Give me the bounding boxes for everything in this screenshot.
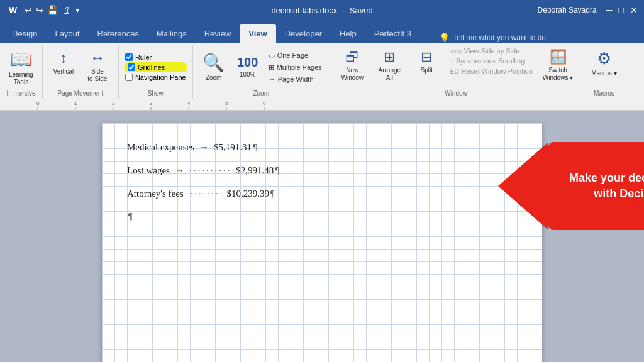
macros-icon: ⚙ — [597, 49, 611, 69]
macros-label: Macros ▾ — [591, 70, 617, 77]
window-controls[interactable]: ─ □ ✕ — [606, 5, 638, 15]
page-movement-group-label: Page Movement — [58, 90, 104, 97]
navigation-pane-checkbox[interactable]: Navigation Pane — [124, 73, 187, 82]
doc-line-3-pilcrow: ¶ — [270, 189, 274, 199]
document-page: Medical expenses → $5,191.31 ¶ Lost wage… — [102, 123, 542, 362]
zoom-100-button[interactable]: 100 100% — [232, 53, 264, 81]
vertical-label: Vertical — [53, 68, 74, 75]
doc-line-4-pilcrow: ¶ — [128, 212, 132, 222]
tab-developer[interactable]: Developer — [276, 24, 331, 43]
tab-mailings[interactable]: Mailings — [148, 24, 196, 43]
svg-text:6: 6 — [263, 101, 266, 106]
tab-layout[interactable]: Layout — [46, 24, 88, 43]
side-to-side-button[interactable]: ↔ Sideto Side — [82, 47, 113, 85]
view-side-label: View Side by Side — [464, 47, 519, 55]
ruler-checkbox[interactable]: Ruler — [124, 53, 187, 62]
zoom-view-options: ▭ One Page ⊞ Multiple Pages ↔ Page Width — [266, 50, 325, 84]
doc-line-1-arrow: → — [199, 142, 209, 153]
title-bar: W ↩ ↪ 💾 🖨 ▼ decimal-tabs.docx - Saved De… — [0, 0, 644, 20]
page-width-button[interactable]: ↔ Page Width — [266, 74, 325, 84]
word-logo: W — [6, 4, 19, 16]
gridlines-checkbox[interactable]: Gridlines — [124, 62, 187, 72]
learning-tools-icon: 📖 — [10, 49, 32, 70]
ruler-checkbox-input[interactable] — [125, 53, 133, 61]
arrange-all-label: ArrangeAll — [379, 67, 401, 82]
tab-perfectit[interactable]: PerfectIt 3 — [365, 24, 420, 43]
learning-tools-button[interactable]: 📖 Learning Tools — [5, 47, 37, 89]
ribbon-group-window: 🗗 NewWindow ⊞ ArrangeAll ⊟ Split ▭▭ View… — [330, 45, 582, 99]
sync-scrolling-option: ↕ Synchronous Scrolling — [449, 57, 534, 65]
arrow-body: Make your decimals line up with Decimal … — [548, 142, 644, 230]
document-content: Medical expenses → $5,191.31 ¶ Lost wage… — [127, 142, 517, 222]
tab-help[interactable]: Help — [331, 24, 365, 43]
one-page-button[interactable]: ▭ One Page — [266, 50, 325, 61]
zoom-100-label: 100% — [240, 71, 256, 79]
qat-dropdown[interactable]: ▼ — [74, 7, 80, 14]
zoom-button[interactable]: 🔍 Zoom — [198, 50, 230, 84]
close-button[interactable]: ✕ — [630, 5, 638, 15]
maximize-button[interactable]: □ — [619, 5, 624, 15]
window-group-label: Window — [445, 90, 467, 97]
multiple-pages-label: Multiple Pages — [277, 63, 322, 71]
ribbon-group-immersive: 📖 Learning Tools Immersive — [0, 45, 43, 99]
ribbon-group-macros: ⚙ Macros ▾ Macros — [582, 45, 626, 99]
tab-references[interactable]: References — [89, 24, 148, 43]
sync-scroll-label: Synchronous Scrolling — [456, 57, 525, 65]
vertical-button[interactable]: ↕ Vertical — [48, 47, 79, 78]
window-side-buttons: 🗗 NewWindow ⊞ ArrangeAll ⊟ Split — [335, 47, 444, 84]
view-side-icon: ▭▭ — [450, 48, 462, 55]
macros-button[interactable]: ⚙ Macros ▾ — [587, 47, 621, 80]
svg-text:2: 2 — [112, 101, 115, 106]
doc-line-2-pilcrow: ¶ — [275, 166, 279, 176]
ruler-label: Ruler — [135, 53, 152, 61]
title-bar-right: Deborah Savadra ─ □ ✕ — [538, 5, 638, 15]
document-title: decimal-tabs.docx - Saved — [271, 6, 372, 15]
multiple-pages-button[interactable]: ⊞ Multiple Pages — [266, 62, 325, 73]
doc-line-2-label: Lost wages — [127, 165, 170, 176]
arrow-text: Make your decimals line up with Decimal … — [569, 170, 644, 202]
document-line-2: Lost wages → ··········· $2,991.48 ¶ — [127, 165, 517, 176]
side-to-side-icon: ↔ — [90, 49, 105, 67]
one-page-label: One Page — [277, 52, 309, 59]
lightbulb-icon: 💡 — [439, 33, 450, 43]
switch-windows-button[interactable]: 🪟 SwitchWindows ▾ — [539, 47, 577, 84]
undo-button[interactable]: ↩ — [25, 5, 32, 15]
svg-text:1: 1 — [74, 101, 77, 106]
ruler-bar: 0 1 2 3 4 5 6 — [0, 99, 644, 111]
switch-windows-label: SwitchWindows ▾ — [543, 67, 573, 82]
tell-me-search[interactable]: 💡 Tell me what you want to do — [433, 33, 552, 43]
new-window-icon: 🗗 — [345, 49, 359, 65]
window-options-list: ▭▭ View Side by Side ↕ Synchronous Scrol… — [449, 47, 534, 75]
split-button[interactable]: ⊟ Split — [409, 47, 444, 84]
reset-window-option: ED Reset Window Position — [449, 67, 534, 75]
switch-windows-icon: 🪟 — [550, 49, 567, 65]
minimize-button[interactable]: ─ — [606, 5, 613, 15]
macros-group-label: Macros — [594, 90, 614, 97]
reset-window-label: Reset Window Position — [462, 67, 533, 75]
zoom-100-icon: 100 — [237, 55, 258, 70]
ruler-inner: 0 1 2 3 4 5 6 — [19, 99, 625, 110]
tab-review[interactable]: Review — [196, 24, 240, 43]
doc-line-3-label: Attorney's fees — [127, 189, 184, 199]
document-line-4: ¶ — [127, 212, 517, 222]
new-window-button[interactable]: 🗗 NewWindow — [335, 47, 370, 84]
ribbon-tabs[interactable]: Design Layout References Mailings Review… — [0, 20, 644, 43]
doc-line-2-arrow: → — [175, 165, 184, 176]
zoom-icon: 🔍 — [203, 52, 225, 73]
ribbon-group-page-movement: ↕ Vertical ↔ Sideto Side Page Movement — [43, 45, 119, 99]
quick-access-toolbar[interactable]: ↩ ↪ 💾 🖨 ▼ — [25, 5, 80, 15]
tab-design[interactable]: Design — [3, 24, 46, 43]
gridlines-checkbox-input[interactable] — [128, 63, 135, 71]
sync-scroll-icon: ↕ — [450, 58, 453, 65]
zoom-group-label: Zoom — [253, 90, 269, 97]
tab-view[interactable]: View — [240, 24, 275, 43]
save-button[interactable]: 💾 — [47, 5, 58, 15]
redo-button[interactable]: ↪ — [36, 5, 43, 15]
print-button[interactable]: 🖨 — [62, 5, 70, 15]
doc-line-3-amount: $10,239.39 — [227, 189, 270, 199]
title-bar-left: W ↩ ↪ 💾 🖨 ▼ — [6, 4, 80, 16]
tell-me-label[interactable]: Tell me what you want to do — [453, 33, 546, 42]
arrange-all-button[interactable]: ⊞ ArrangeAll — [372, 47, 407, 84]
user-name: Deborah Savadra — [538, 6, 597, 14]
navigation-pane-checkbox-input[interactable] — [125, 74, 133, 81]
